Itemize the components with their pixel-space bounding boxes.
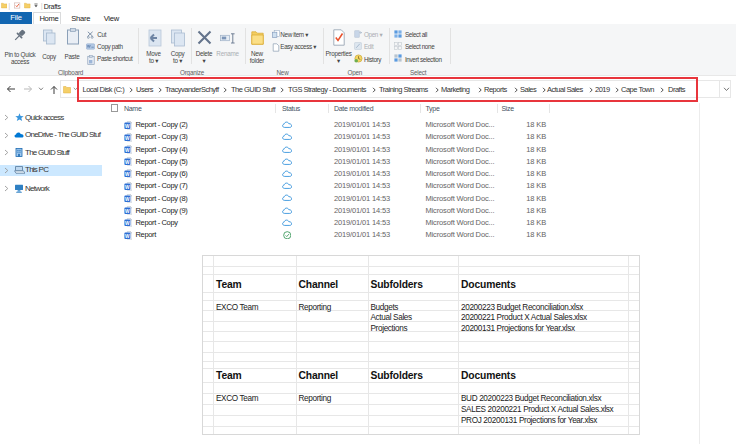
svg-text:W: W — [125, 221, 130, 226]
svg-text:W: W — [125, 209, 130, 214]
svg-text:W: W — [125, 196, 130, 201]
svg-text:W: W — [125, 148, 130, 153]
svg-text:W: W — [125, 135, 130, 140]
svg-text:W: W — [125, 184, 130, 189]
svg-text:W: W — [125, 123, 130, 128]
svg-text:W: W — [125, 172, 130, 177]
svg-text:W: W — [125, 160, 130, 165]
svg-text:W: W — [125, 233, 130, 238]
